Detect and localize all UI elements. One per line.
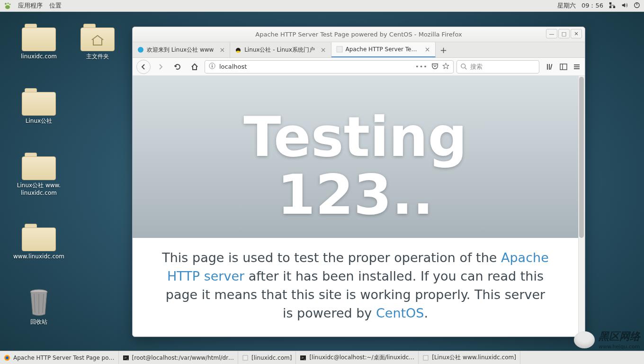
favicon-icon [336, 46, 343, 53]
page-content: Testing 123.. This page is used to test … [133, 76, 585, 337]
desktop-folder[interactable]: 主文件夹 [69, 23, 126, 61]
task-icon: >_ [300, 355, 306, 361]
favicon-icon [235, 46, 242, 53]
scrollbar[interactable] [578, 76, 585, 337]
taskbar-button[interactable]: [Linux公社 www.linuxidc.com] [419, 351, 520, 364]
tab-close-icon[interactable]: × [422, 46, 430, 53]
svg-rect-24 [550, 64, 552, 69]
taskbar-button[interactable]: >_[linuxidc@localhost:~/桌面/linuxidc… [296, 351, 419, 364]
svg-point-15 [236, 51, 240, 53]
svg-rect-34 [243, 355, 248, 360]
window-minimize-button[interactable]: — [546, 29, 557, 38]
svg-point-13 [138, 47, 143, 53]
hero-line1: Testing [133, 108, 578, 166]
trash-label: 回收站 [10, 318, 67, 326]
svg-point-20 [461, 64, 465, 68]
taskbar-button[interactable]: Apache HTTP Server Test Page po… [0, 351, 119, 364]
svg-rect-4 [609, 2, 611, 4]
window-titlebar[interactable]: Apache HTTP Server Test Page powered by … [133, 27, 585, 42]
icon-label: linuxidc.com [10, 53, 67, 61]
page-actions-icon[interactable]: ••• [415, 63, 428, 70]
desktop-folder[interactable]: Linux公社 [10, 87, 67, 125]
sidebar-icon[interactable] [559, 63, 568, 71]
icon-label: Linux公社 www.linuxidc.com [10, 182, 67, 197]
svg-text:>_: >_ [301, 356, 306, 360]
window-maximize-button[interactable]: □ [558, 29, 570, 38]
svg-point-31 [6, 356, 9, 359]
hamburger-menu-icon[interactable] [572, 63, 581, 71]
task-icon [4, 355, 10, 361]
search-bar[interactable]: 搜索 [456, 60, 539, 73]
taskbar-button[interactable]: [linuxidc.com] [238, 351, 296, 364]
svg-rect-23 [549, 64, 550, 70]
icon-label: www.linuxidc.com [10, 253, 67, 261]
volume-icon[interactable] [621, 2, 628, 10]
tab-label: Linux公社 - Linux系统门户 [244, 46, 315, 54]
hero-heading: Testing 123.. [133, 76, 578, 238]
places-menu[interactable]: 位置 [49, 1, 62, 10]
new-tab-button[interactable]: + [436, 42, 452, 57]
svg-rect-16 [337, 46, 342, 52]
task-label: Apache HTTP Server Test Page po… [13, 355, 115, 361]
url-text: localhost [219, 63, 411, 70]
firefox-window: Apache HTTP Server Test Page powered by … [132, 27, 585, 337]
desktop-folder[interactable]: www.linuxidc.com [10, 223, 67, 261]
power-icon[interactable] [634, 2, 640, 10]
back-button[interactable] [136, 60, 151, 74]
reload-button[interactable] [170, 60, 185, 74]
toolbar: localhost ••• 搜索 [133, 58, 585, 76]
browser-tab[interactable]: 欢迎来到 Linux公社 www× [133, 42, 230, 57]
window-title: Apache HTTP Server Test Page powered by … [255, 31, 462, 38]
task-label: [linuxidc@localhost:~/桌面/linuxidc… [309, 354, 414, 362]
watermark-text: 黑区网络 [599, 329, 640, 344]
tab-label: Apache HTTP Server Test Pa [346, 46, 419, 53]
trash-icon[interactable]: 回收站 [10, 288, 67, 326]
icon-label: 主文件夹 [69, 53, 126, 61]
watermark-url: www.heiqu.com [599, 344, 640, 350]
svg-line-21 [465, 67, 467, 69]
svg-point-1 [8, 3, 9, 4]
applications-menu[interactable]: 应用程序 [18, 1, 43, 10]
favicon-icon [137, 46, 144, 53]
desktop-folder[interactable]: Linux公社 www.linuxidc.com [10, 152, 67, 197]
network-icon[interactable] [609, 2, 616, 10]
task-icon [422, 355, 429, 361]
tab-close-icon[interactable]: × [318, 46, 326, 54]
svg-rect-19 [212, 65, 213, 67]
bookmark-star-icon[interactable] [442, 63, 449, 71]
browser-tab[interactable]: Apache HTTP Server Test Pa× [331, 42, 436, 57]
home-button[interactable] [188, 60, 202, 74]
window-close-button[interactable]: ✕ [571, 29, 582, 38]
svg-text:>_: >_ [124, 356, 129, 360]
svg-rect-25 [560, 64, 567, 70]
library-icon[interactable] [546, 63, 555, 71]
url-bar[interactable]: localhost ••• [205, 60, 454, 73]
svg-point-3 [5, 5, 10, 9]
desktop-folder[interactable]: linuxidc.com [10, 23, 67, 61]
scrollbar-thumb[interactable] [579, 77, 584, 238]
search-placeholder: 搜索 [470, 63, 483, 71]
watermark-logo-icon [574, 331, 595, 348]
clock-time[interactable]: 09：56 [581, 1, 603, 10]
pocket-icon[interactable] [431, 63, 438, 71]
tab-label: 欢迎来到 Linux公社 www [147, 46, 214, 54]
description-paragraph: This page is used to test the proper ope… [133, 238, 578, 323]
svg-point-0 [5, 3, 7, 5]
tab-close-icon[interactable]: × [216, 46, 225, 54]
browser-tab[interactable]: Linux公社 - Linux系统门户× [230, 42, 331, 57]
svg-point-2 [9, 4, 11, 5]
search-icon [461, 64, 467, 70]
task-label: [linuxidc.com] [251, 355, 292, 361]
taskbar-button[interactable]: >_[root@localhost:/var/www/html/dr… [119, 351, 239, 364]
top-panel: 应用程序 位置 星期六 09：56 [0, 0, 644, 12]
forward-button[interactable] [153, 60, 168, 74]
centos-link[interactable]: CentOS [376, 306, 424, 320]
site-info-icon[interactable] [209, 63, 215, 71]
clock-day[interactable]: 星期六 [557, 1, 576, 10]
gnome-foot-icon [4, 2, 11, 9]
task-label: [Linux公社 www.linuxidc.com] [432, 354, 516, 362]
bottom-panel: Apache HTTP Server Test Page po…>_[root@… [0, 351, 644, 364]
tab-strip: 欢迎来到 Linux公社 www×Linux公社 - Linux系统门户×Apa… [133, 42, 585, 58]
svg-point-18 [212, 64, 213, 65]
hero-line2: 123.. [133, 166, 578, 224]
